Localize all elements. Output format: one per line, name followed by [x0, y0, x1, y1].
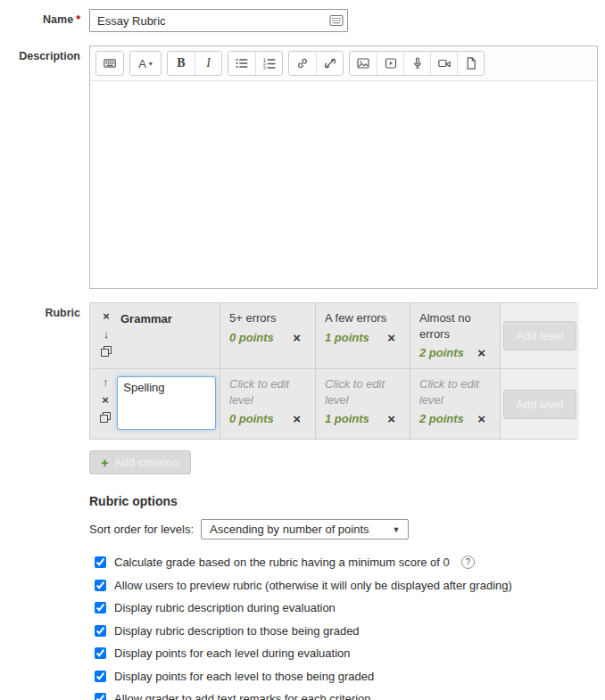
level-cell[interactable]: Click to edit level 1 points ×: [316, 369, 410, 439]
desc-graded-checkbox[interactable]: [95, 625, 106, 637]
name-label: Name*: [0, 9, 80, 32]
level-cell[interactable]: Almost no errors 2 points ×: [410, 303, 500, 368]
help-icon[interactable]: ?: [461, 556, 475, 569]
level-points: 0 points: [229, 331, 274, 344]
unordered-list-button[interactable]: [228, 52, 255, 75]
toolbar-group-style: B I: [167, 51, 222, 76]
delete-criterion-icon[interactable]: ×: [102, 394, 109, 406]
min-score-checkbox[interactable]: [95, 556, 106, 568]
option-row-desc-evaluation: Display rubric description during evalua…: [95, 601, 605, 614]
name-label-text: Name: [43, 13, 73, 26]
delete-level-icon[interactable]: ×: [387, 412, 395, 425]
italic-button[interactable]: I: [195, 52, 221, 75]
criterion-controls: × ↓: [95, 309, 117, 363]
option-row-min-score: Calculate grade based on the rubric havi…: [95, 556, 605, 569]
level-points: 1 points: [325, 331, 369, 344]
sort-order-select[interactable]: Ascending by number of points ▼: [201, 519, 409, 539]
description-editor-area[interactable]: [90, 81, 597, 288]
manage-files-button[interactable]: [457, 52, 484, 75]
delete-level-icon[interactable]: ×: [293, 412, 301, 425]
rubric-label: Rubric: [0, 302, 80, 474]
editor-toolbar: A ▾ B I: [90, 46, 597, 81]
record-video-button[interactable]: [430, 52, 457, 75]
rubric-table: × ↓ Grammar 5+ errors 0 points × A few e…: [89, 302, 576, 440]
file-icon: [464, 56, 478, 70]
add-criterion-button[interactable]: + Add criterion: [89, 450, 191, 474]
delete-level-icon[interactable]: ×: [387, 331, 395, 344]
add-level-cell: Add level: [501, 369, 579, 439]
level-cell[interactable]: Click to edit level 0 points ×: [220, 369, 315, 439]
option-label: Calculate grade based on the rubric havi…: [114, 556, 450, 569]
criterion-cell: × ↓ Grammar: [90, 303, 220, 368]
options-checkbox-list: Calculate grade based on the rubric havi…: [95, 556, 605, 700]
option-label: Display rubric description to those bein…: [114, 624, 360, 638]
level-definition: 5+ errors: [229, 310, 310, 326]
option-label: Display points for each level during eva…: [114, 646, 351, 660]
description-editor: A ▾ B I: [89, 45, 598, 289]
option-label: Display points for each level to those b…: [114, 670, 374, 683]
delete-level-icon[interactable]: ×: [477, 412, 485, 425]
criterion-name-input[interactable]: Spelling: [117, 376, 216, 430]
option-label: Allow grader to add text remarks for eac…: [114, 692, 371, 700]
option-row-points-evaluation: Display points for each level during eva…: [95, 646, 605, 660]
show-more-buttons-icon[interactable]: [96, 52, 123, 75]
delete-level-icon[interactable]: ×: [477, 346, 485, 359]
move-down-icon[interactable]: ↓: [104, 328, 110, 340]
add-criterion-label: Add criterion: [114, 456, 179, 469]
points-graded-checkbox[interactable]: [95, 671, 106, 682]
points-evaluation-checkbox[interactable]: [95, 647, 106, 659]
duplicate-criterion-icon[interactable]: [100, 412, 111, 423]
delete-level-icon[interactable]: ×: [293, 331, 301, 344]
font-color-button[interactable]: A ▾: [130, 52, 161, 75]
remarks-checkbox[interactable]: [95, 693, 106, 700]
preview-rubric-checkbox[interactable]: [95, 580, 106, 591]
insert-image-button[interactable]: [350, 52, 377, 75]
level-cell[interactable]: A few errors 1 points ×: [316, 303, 410, 368]
unordered-list-icon: [235, 56, 249, 70]
rubric-row: Rubric × ↓ Grammar 5+ errors 0 points: [0, 302, 605, 474]
desc-evaluation-checkbox[interactable]: [95, 602, 106, 614]
plus-icon: +: [101, 456, 109, 469]
level-cell[interactable]: Click to edit level 2 points ×: [410, 369, 500, 439]
toolbar-group-links: [288, 51, 344, 76]
ordered-list-icon: 1 2 3: [262, 56, 277, 70]
add-level-cell: Add level: [501, 303, 579, 368]
sort-order-label: Sort order for levels:: [89, 523, 194, 536]
record-audio-button[interactable]: [403, 52, 430, 75]
toolbar-group-media: [349, 51, 485, 76]
level-cell[interactable]: 5+ errors 0 points ×: [220, 303, 315, 368]
level-definition-placeholder: Click to edit level: [325, 376, 404, 408]
level-definition-placeholder: Click to edit level: [419, 376, 494, 408]
ordered-list-button[interactable]: 1 2 3: [255, 52, 282, 75]
description-label: Description: [0, 45, 80, 289]
level-points: 2 points: [419, 412, 464, 425]
duplicate-criterion-icon[interactable]: [101, 346, 112, 357]
add-level-button[interactable]: Add level: [503, 321, 576, 350]
level-points: 1 points: [325, 412, 369, 425]
italic-icon: I: [206, 56, 211, 70]
svg-text:3: 3: [263, 65, 266, 70]
bold-button[interactable]: B: [168, 52, 195, 75]
video-camera-icon: [437, 56, 452, 70]
insert-media-button[interactable]: [377, 52, 403, 75]
image-icon: [356, 56, 370, 70]
delete-criterion-icon[interactable]: ×: [103, 310, 110, 322]
font-color-icon: A: [138, 57, 146, 70]
name-row: Name*: [0, 9, 605, 32]
toolbar-group-font: A ▾: [129, 51, 162, 76]
criterion-name[interactable]: Grammar: [117, 309, 216, 363]
level-points: 2 points: [419, 346, 464, 359]
option-label: Display rubric description during evalua…: [114, 601, 336, 614]
level-definition-placeholder: Click to edit level: [229, 376, 310, 408]
toolbar-group-extra: [95, 51, 124, 76]
unlink-button[interactable]: [316, 52, 343, 75]
toolbar-group-lists: 1 2 3: [228, 51, 283, 76]
move-up-icon[interactable]: ↑: [103, 376, 109, 388]
sort-order-row: Sort order for levels: Ascending by numb…: [89, 519, 605, 539]
bold-icon: B: [177, 56, 185, 70]
link-button[interactable]: [289, 52, 316, 75]
rubric-options-section: Rubric options Sort order for levels: As…: [89, 494, 605, 700]
add-level-button[interactable]: Add level: [503, 390, 576, 419]
rubric-options-heading: Rubric options: [89, 494, 605, 508]
name-input[interactable]: [89, 9, 348, 32]
